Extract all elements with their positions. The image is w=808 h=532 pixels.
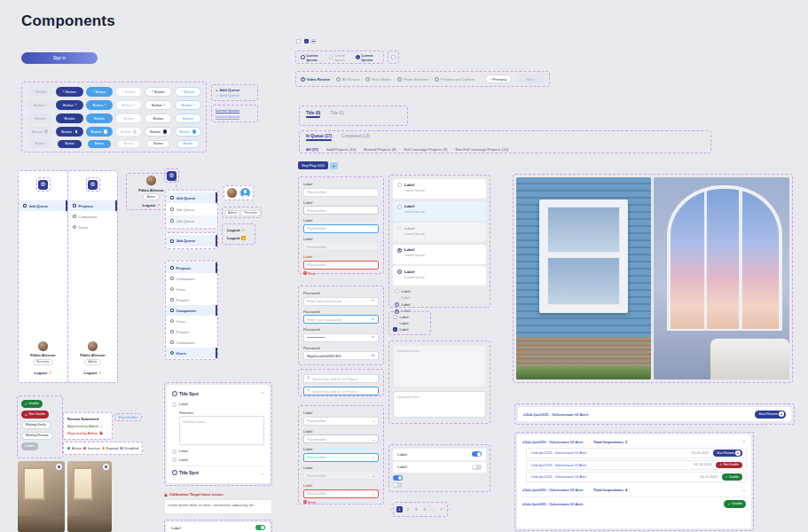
pagination-page[interactable]: … (430, 506, 436, 512)
notes-textarea[interactable]: Optional notes (393, 391, 486, 418)
button-solid-navy-small[interactable]: Button (58, 140, 81, 148)
tab-title-0-[interactable]: Title (0) (330, 111, 343, 117)
button-ghost-dark-chev-left[interactable]: ‹Button (145, 87, 171, 97)
radio-list-item[interactable]: Label (393, 301, 486, 309)
button-ghost-sky-small[interactable]: Button (177, 140, 200, 148)
start-review-button[interactable]: Start Review▶ (713, 450, 742, 457)
job-id-link[interactable]: #Job-fpch223 - Volunteaam UI Amit (522, 440, 583, 444)
remarks-textarea[interactable]: Optional notes (179, 416, 264, 445)
job-id-link[interactable]: #Job-fpch223 - Volunteaam UI Amit (530, 474, 586, 479)
toggle-on[interactable] (472, 451, 482, 457)
job-id-link[interactable]: #Job-fpch223 - Volunteaam UI Amit (530, 463, 586, 467)
sign-in-button[interactable]: Sign in (21, 52, 98, 64)
button-solid-sky-chev-left[interactable]: ‹Button (86, 87, 113, 97)
menu-item-users[interactable]: Users (166, 284, 217, 294)
menu-item-companies[interactable]: Companies (166, 337, 217, 348)
photo-pin-icon[interactable] (56, 464, 62, 470)
menu-item-users[interactable]: Users (166, 348, 217, 358)
button-ghost-sky-plain[interactable]: Button (175, 113, 201, 123)
search-input[interactable]: Search by Job ID or Project (303, 374, 379, 383)
toggle-on[interactable] (255, 525, 265, 530)
job-id-link[interactable]: #Job-fpch223 - Volunteaam UI Amit (530, 450, 586, 455)
radio-card[interactable]: LabelLorem Ipsum (393, 245, 486, 264)
pagination-next[interactable]: › (447, 506, 453, 512)
pagination-page[interactable]: 7 (438, 506, 444, 512)
select-input[interactable]: Placeholder⌄ (303, 489, 379, 498)
button-solid-sky-chev-right[interactable]: Button› (86, 100, 113, 110)
usable-button[interactable]: ✓Usable (722, 473, 742, 481)
menu-item-companies[interactable]: Companies (166, 273, 217, 284)
job-sub-row[interactable]: #Job-fpch223 - Volunteaam UI Amit04-10-2… (526, 472, 747, 482)
title-spot-header[interactable]: 1 Title Spot ⌃ (172, 389, 264, 398)
logout-button[interactable]: Logout↗ (84, 371, 102, 375)
sidebar-item-companies[interactable]: Companies (68, 211, 117, 222)
sidebar-item-job-queue[interactable]: Job Queue (19, 200, 67, 211)
usable-button[interactable]: ✓Usable (724, 500, 746, 508)
add-queue-link[interactable]: +Add Queue (216, 88, 254, 92)
stepper-step[interactable]: 3Scan Status (365, 77, 391, 82)
text-input[interactable]: Placeholder (303, 224, 379, 233)
tab-non-full-coverage-projects-12-[interactable]: Non Full Coverage Projects (12) (455, 147, 508, 152)
checkbox-unchecked[interactable] (296, 39, 301, 43)
stepper-step[interactable]: 5Preview and Confirm (435, 77, 475, 82)
logout-button-hover[interactable]: Logout↗ (227, 236, 250, 240)
button-ghost-sky-chev-left[interactable]: ‹Button (175, 87, 201, 97)
pagination-prev[interactable]: ‹ (388, 506, 394, 512)
button-ghost-dark-plain[interactable]: Button (145, 113, 171, 123)
sidebar-item-users[interactable]: Users (68, 222, 117, 232)
job-accordion-header[interactable]: #Job-fpch223 - Volunteaam UI AmitTotal I… (520, 436, 749, 448)
checkbox-list-item[interactable]: ✓Label (393, 327, 427, 332)
search-input[interactable]: Search by Job ID or Project (303, 387, 379, 395)
logout-button[interactable]: Logout↗ (35, 371, 52, 375)
logout-button[interactable]: Logout↗ (227, 228, 250, 232)
toggle-on[interactable] (393, 475, 403, 481)
radio-card[interactable]: LabelLorem Ipsum (393, 223, 486, 242)
button-ghost-dark-badge[interactable]: Button (145, 127, 171, 137)
radio-list-item[interactable]: Label (393, 294, 486, 301)
pagination-page[interactable]: 1 (396, 506, 403, 512)
select-input[interactable]: Placeholder⌄ (303, 471, 379, 480)
select-input[interactable]: Placeholder⌄ (303, 434, 379, 443)
pagination-page[interactable]: 4 (421, 506, 428, 512)
job-id-link[interactable]: #Job-fpch223 - Volunteaam UI Amit (522, 502, 583, 506)
password-input[interactable]: Enter your password (303, 297, 379, 306)
text-link[interactable]: Lorem Ipsum (216, 108, 254, 113)
job-sub-row[interactable]: #Job-fpch223 - Volunteaam UI Amit04-10-2… (526, 448, 747, 458)
stepper-step[interactable]: 2AV Review (336, 77, 359, 82)
button-ghost-gray-badge[interactable]: Button (115, 127, 142, 137)
job-accordion-header[interactable]: #Job-fpch223 - Volunteaam UI AmitTotal I… (520, 484, 749, 496)
job-row[interactable]: #Job-fpch223 - Volunteaam UI Amit Start … (518, 407, 791, 421)
checkbox-indeterminate[interactable] (311, 39, 316, 43)
radio-option[interactable]: Label (172, 458, 264, 463)
radio-card[interactable]: LabelLorem Ipsum (393, 266, 486, 286)
button-solid-gray-chev-left[interactable]: ‹Button (27, 87, 53, 97)
menu-item-users[interactable]: Users (166, 316, 217, 326)
tab-all-17-[interactable]: All (17) (306, 147, 318, 152)
radio-list-item[interactable]: Label (393, 288, 486, 295)
text-input[interactable]: Placeholder (303, 261, 379, 270)
job-id-link[interactable]: #Job-fpch223 - Volunteaam UI Amit (523, 412, 588, 417)
menu-item-default[interactable]: Job Queue (166, 204, 217, 215)
photo-pin-icon[interactable] (103, 464, 109, 470)
text-input[interactable]: Placeholder (303, 242, 379, 251)
job-id-link[interactable]: #Job-fpch223 - Volunteaam UI Amit (522, 488, 583, 492)
select-input[interactable]: Placeholder⌄ (303, 417, 379, 426)
menu-item-active[interactable]: Job Queue (166, 235, 217, 246)
toggle-row[interactable]: Label (393, 449, 486, 460)
menu-item-companies[interactable]: Companies (166, 305, 217, 316)
checkbox-list-item[interactable]: Label (393, 321, 427, 325)
tab-errored-projects-8-[interactable]: Errored Projects (8) (364, 147, 396, 152)
chevron-up-icon[interactable]: ⌃ (261, 391, 264, 396)
logout-button[interactable]: Logout↗ (143, 203, 161, 207)
toggle-row[interactable]: Label (393, 462, 486, 473)
job-sub-row[interactable]: #Job-fpch223 - Volunteaam UI Amit04-10-2… (526, 460, 747, 471)
checkbox-checked[interactable]: ✓ (304, 39, 309, 43)
button-solid-gray-small[interactable]: Button (28, 140, 51, 148)
start-review-button[interactable]: Start Review▶ (755, 411, 786, 419)
button-solid-navy-badge[interactable]: Button (56, 127, 82, 137)
password-input[interactable]: Enter your password (303, 315, 379, 324)
menu-item-active[interactable]: Job Queue (166, 192, 217, 203)
choice-item[interactable]: ✓Lorem Ipsum (301, 53, 324, 62)
pagination-page[interactable]: 2 (404, 506, 411, 512)
radio-option[interactable]: Label (172, 449, 264, 454)
